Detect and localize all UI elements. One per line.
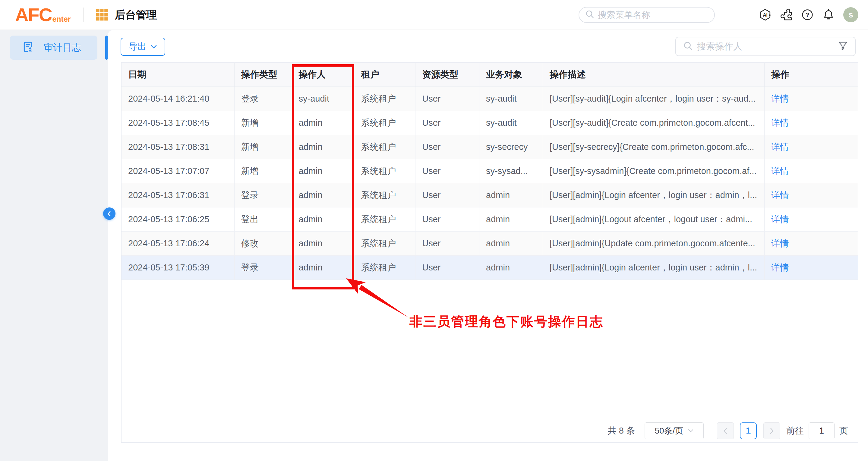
export-label: 导出 [129,41,146,53]
svg-text:?: ? [806,11,809,18]
table-header-row: 日期 操作类型 操作人 租户 资源类型 业务对象 操作描述 操作 [122,63,858,87]
next-page-button[interactable] [764,422,780,439]
cell-operator: admin [292,232,354,255]
cell-type: 登录 [235,183,292,207]
cell-date: 2024-05-13 17:08:45 [122,111,235,135]
plugin-puzzle-icon[interactable] [780,8,793,21]
help-question-icon[interactable]: ? [801,8,814,21]
page-size-value: 50条/页 [655,425,683,437]
cell-type: 新增 [235,135,292,159]
detail-link[interactable]: 详情 [765,256,858,279]
detail-link[interactable]: 详情 [765,159,858,183]
header-icons: AI ? s [759,7,858,22]
table-row: 2024-05-13 17:08:45 新增 admin 系统租户 User s… [122,111,858,135]
cell-resource: User [415,208,479,231]
cell-operator: admin [292,159,354,183]
total-count: 共 8 条 [608,425,635,437]
detail-link[interactable]: 详情 [765,208,858,231]
detail-link[interactable]: 详情 [765,111,858,135]
cell-resource: User [415,232,479,255]
goto-page-input[interactable] [809,422,835,439]
cell-object: sy-secrecy [479,135,543,159]
afcenter-logo: AFC enter [15,5,71,24]
table-row: 2024-05-13 17:06:25 登出 admin 系统租户 User a… [122,208,858,232]
sidebar-item-audit-log[interactable]: 审计日志 [10,36,97,60]
cell-desc: [User][admin]{Logout afcenter，logout use… [543,208,765,231]
cell-operator: admin [292,111,354,135]
audit-log-icon [22,41,35,55]
current-page-button[interactable]: 1 [740,422,757,439]
cell-desc: [User][sy-sysadmin]{Create com.primeton.… [543,159,765,183]
detail-link[interactable]: 详情 [765,232,858,255]
cell-type: 登录 [235,256,292,279]
sidebar-item-label: 审计日志 [44,41,81,54]
cell-date: 2024-05-13 17:06:24 [122,232,235,255]
search-icon [683,40,693,53]
cell-resource: User [415,159,479,183]
content-panel: 导出 [108,30,868,461]
cell-object: admin [479,256,543,279]
cell-desc: [User][admin]{Update com.primeton.gocom.… [543,232,765,255]
cell-tenant: 系统租户 [354,159,415,183]
page-unit-label: 页 [839,425,848,437]
filter-funnel-icon[interactable] [838,40,848,53]
notification-bell-icon[interactable] [822,8,835,21]
logo-text-main: AFC [15,5,52,24]
export-button[interactable]: 导出 [121,38,165,56]
menu-search-input[interactable] [598,10,712,20]
operator-search-input[interactable] [697,41,838,52]
cell-type: 登出 [235,208,292,231]
cell-resource: User [415,87,479,111]
audit-log-table: 日期 操作类型 操作人 租户 资源类型 业务对象 操作描述 操作 2024-05… [121,62,858,442]
chevron-down-icon [688,429,693,433]
annotation-text: 非三员管理角色下账号操作日志 [409,313,603,331]
col-header-type: 操作类型 [235,63,292,87]
cell-tenant: 系统租户 [354,135,415,159]
menu-search-box[interactable] [579,7,715,23]
cell-operator: sy-audit [292,87,354,111]
pagination-bar: 共 8 条 50条/页 1 [122,419,858,442]
detail-link[interactable]: 详情 [765,183,858,207]
cell-type: 修改 [235,232,292,255]
page-size-select[interactable]: 50条/页 [645,422,704,439]
cell-tenant: 系统租户 [354,111,415,135]
col-header-resource: 资源类型 [415,63,479,87]
prev-page-button[interactable] [717,422,734,439]
cell-object: admin [479,232,543,255]
cell-object: sy-audit [479,111,543,135]
cell-date: 2024-05-13 17:08:31 [122,135,235,159]
ai-assistant-icon[interactable]: AI [759,8,772,21]
chevron-left-icon [105,210,113,218]
user-avatar[interactable]: s [843,7,858,22]
cell-date: 2024-05-14 16:21:40 [122,87,235,111]
col-header-object: 业务对象 [479,63,543,87]
cell-tenant: 系统租户 [354,232,415,255]
page-title: 后台管理 [115,8,157,22]
chevron-down-icon [150,44,157,49]
detail-link[interactable]: 详情 [765,87,858,111]
cell-type: 新增 [235,111,292,135]
table-row: 2024-05-13 17:06:31 登录 admin 系统租户 User a… [122,183,858,208]
table-row: 2024-05-13 17:07:07 新增 admin 系统租户 User s… [122,159,858,183]
operator-search-box[interactable] [675,37,856,56]
cell-date: 2024-05-13 17:07:07 [122,159,235,183]
table-row: 2024-05-13 17:08:31 新增 admin 系统租户 User s… [122,135,858,159]
col-header-tenant: 租户 [354,63,415,87]
top-header: AFC enter 后台管理 [0,0,868,30]
cell-desc: [User][admin]{Login afcenter，login user：… [543,183,765,207]
cell-object: sy-audit [479,87,543,111]
table-row: 2024-05-13 17:06:24 修改 admin 系统租户 User a… [122,232,858,256]
apps-grid-icon[interactable] [96,8,108,21]
cell-resource: User [415,183,479,207]
detail-link[interactable]: 详情 [765,135,858,159]
avatar-letter: s [848,10,853,20]
cell-operator: admin [292,135,354,159]
cell-resource: User [415,256,479,279]
col-header-operator: 操作人 [292,63,354,87]
cell-operator: admin [292,256,354,279]
cell-date: 2024-05-13 17:06:25 [122,208,235,231]
chevron-right-icon [770,428,774,434]
table-row-highlighted: 2024-05-13 17:05:39 登录 admin 系统租户 User a… [122,256,858,280]
sidebar-collapse-button[interactable] [103,208,116,220]
table-row: 2024-05-14 16:21:40 登录 sy-audit 系统租户 Use… [122,87,858,111]
